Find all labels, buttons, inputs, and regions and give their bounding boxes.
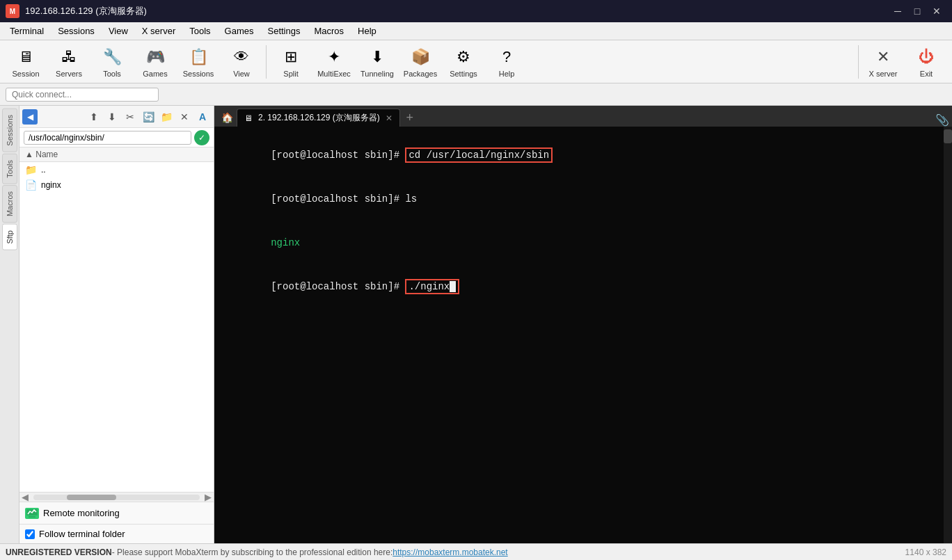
toolbar-btn-split[interactable]: ⊞Split	[271, 43, 311, 81]
toolbar-btn-session[interactable]: 🖥Session	[6, 43, 46, 81]
unregistered-text: UNREGISTERED VERSION	[6, 547, 112, 557]
sidebar-tab-tools[interactable]: Tools	[2, 154, 17, 184]
toolbar-btn-tunneling[interactable]: ⬇Tunneling	[357, 43, 397, 81]
fb-name-column-header: ▲ Name	[25, 150, 58, 159]
menu-item-x server[interactable]: X server	[135, 24, 182, 38]
fb-file-name: nginx	[41, 180, 61, 190]
toolbar-btn-tools[interactable]: 🔧Tools	[92, 43, 132, 81]
toolbar-btn-xserver[interactable]: ✕X server	[863, 43, 903, 81]
menu-item-tools[interactable]: Tools	[182, 24, 217, 38]
menu-item-sessions[interactable]: Sessions	[51, 24, 102, 38]
title-text: 192.168.126.129 (京淘服务器)	[25, 5, 888, 17]
xserver-label: X server	[869, 70, 898, 78]
fb-cut-button[interactable]: ✂	[122, 109, 138, 125]
sidebar-tab-sessions[interactable]: Sessions	[2, 109, 17, 152]
fb-horizontal-scrollbar[interactable]: ◀ ▶	[19, 492, 214, 502]
fb-file-row[interactable]: 📄 nginx	[19, 177, 214, 193]
minimize-button[interactable]: ─	[888, 1, 907, 21]
toolbar-btn-view[interactable]: 👁View	[221, 43, 262, 81]
toolbar-btn-exit[interactable]: ⏻Exit	[906, 43, 946, 81]
sidebar-tab-sftp[interactable]: Sftp	[2, 224, 17, 250]
toolbar-btn-packages[interactable]: 📦Packages	[400, 43, 441, 81]
quick-connect-bar	[0, 83, 952, 106]
menu-item-help[interactable]: Help	[351, 24, 383, 38]
menu-bar: TerminalSessionsViewX serverToolsGamesSe…	[0, 22, 952, 40]
settings-icon: ⚙	[452, 46, 475, 68]
prompt-4: [root@localhost sbin]#	[271, 281, 405, 292]
servers-label: Servers	[56, 70, 82, 78]
scroll-right-button[interactable]: ▶	[203, 493, 214, 502]
fb-file-list: ▲ Name 📁 .. 📄 nginx	[19, 147, 214, 492]
menu-item-games[interactable]: Games	[218, 24, 261, 38]
fb-file-row[interactable]: 📁 ..	[19, 162, 214, 177]
toolbar-btn-games[interactable]: 🎮Games	[135, 43, 175, 81]
follow-terminal-row: Follow terminal folder	[19, 524, 214, 543]
scroll-left-button[interactable]: ◀	[19, 493, 31, 502]
menu-item-view[interactable]: View	[102, 24, 135, 38]
toolbar-btn-settings[interactable]: ⚙Settings	[443, 43, 484, 81]
fb-rename-button[interactable]: A	[194, 109, 211, 125]
sessions-icon: 📋	[187, 46, 209, 68]
toolbar-btn-servers[interactable]: 🖧Servers	[49, 43, 89, 81]
fb-refresh-button[interactable]: 🔄	[140, 109, 157, 125]
toolbar-btn-multiexec[interactable]: ✦MultiExec	[314, 43, 354, 81]
follow-terminal-checkbox[interactable]	[25, 529, 35, 539]
toolbar-btn-help[interactable]: ?Help	[486, 43, 527, 81]
tunneling-label: Tunneling	[360, 70, 394, 78]
games-icon: 🎮	[144, 46, 166, 68]
support-text: - Please support MobaXterm by subscribin…	[112, 547, 393, 557]
close-button[interactable]: ✕	[927, 1, 946, 21]
app-icon: M	[6, 4, 19, 18]
output-nginx: nginx	[271, 237, 300, 248]
terminal-tab[interactable]: 🖥 2. 192.168.126.129 (京淘服务器) ✕	[237, 109, 400, 127]
terminal-line-1: [root@localhost sbin]# cd /usr/local/ngi…	[224, 134, 942, 177]
menu-item-macros[interactable]: Macros	[307, 24, 351, 38]
cmd-4: ./nginx	[405, 279, 459, 294]
tab-close-button[interactable]: ✕	[386, 113, 392, 123]
tab-label: 2. 192.168.126.129 (京淘服务器)	[258, 112, 380, 124]
menu-item-terminal[interactable]: Terminal	[3, 24, 51, 38]
terminal-line-2: [root@localhost sbin]# ls	[224, 177, 942, 221]
quick-connect-input[interactable]	[6, 88, 159, 102]
fb-toolbar: ◀ ⬆ ⬇ ✂ 🔄 📁 ✕ A	[19, 106, 214, 128]
help-icon: ?	[495, 46, 518, 68]
remote-monitoring-button[interactable]: Remote monitoring	[19, 502, 214, 524]
fb-list-header: ▲ Name	[19, 147, 214, 162]
exit-icon: ⏻	[915, 46, 937, 68]
fb-delete-button[interactable]: ✕	[176, 109, 193, 125]
collapse-button[interactable]: ◀	[22, 109, 38, 125]
view-icon: 👁	[230, 46, 253, 68]
games-label: Games	[143, 70, 167, 78]
fb-download-button[interactable]: ⬇	[104, 109, 120, 125]
toolbar-separator	[266, 45, 267, 79]
scroll-thumb[interactable]	[67, 495, 117, 500]
scrollbar-thumb[interactable]	[944, 129, 952, 143]
terminal-line-4: [root@localhost sbin]# ./nginx	[224, 265, 942, 309]
toolbar-btn-sessions[interactable]: 📋Sessions	[178, 43, 219, 81]
toolbar-separator-right	[858, 45, 859, 79]
status-dimensions: 1140 x 382	[905, 547, 946, 557]
remote-monitoring-label: Remote monitoring	[43, 508, 120, 518]
fb-path-ok-button[interactable]: ✓	[194, 130, 209, 145]
fb-upload-button[interactable]: ⬆	[86, 109, 102, 125]
session-label: Session	[12, 70, 39, 78]
view-label: View	[233, 70, 250, 78]
fb-path-input[interactable]	[24, 131, 191, 145]
status-bar: UNREGISTERED VERSION - Please support Mo…	[0, 543, 952, 560]
terminal-scrollbar[interactable]	[944, 127, 952, 543]
sidebar-tab-macros[interactable]: Macros	[2, 185, 17, 223]
attach-icon[interactable]: 📎	[935, 113, 949, 127]
add-tab-button[interactable]: +	[400, 109, 420, 127]
split-label: Split	[283, 70, 298, 78]
menu-item-settings[interactable]: Settings	[261, 24, 308, 38]
scroll-track	[33, 495, 200, 500]
fb-newfolder-button[interactable]: 📁	[158, 109, 175, 125]
mobatek-link[interactable]: https://mobaxterm.mobatek.net	[392, 547, 507, 557]
tab-home-icon[interactable]: 🏠	[217, 109, 237, 127]
servers-icon: 🖧	[58, 46, 80, 68]
settings-label: Settings	[450, 70, 477, 78]
maximize-button[interactable]: □	[907, 1, 927, 21]
follow-terminal-label[interactable]: Follow terminal folder	[39, 529, 125, 539]
terminal-content[interactable]: [root@localhost sbin]# cd /usr/local/ngi…	[214, 127, 952, 543]
split-icon: ⊞	[280, 46, 302, 68]
